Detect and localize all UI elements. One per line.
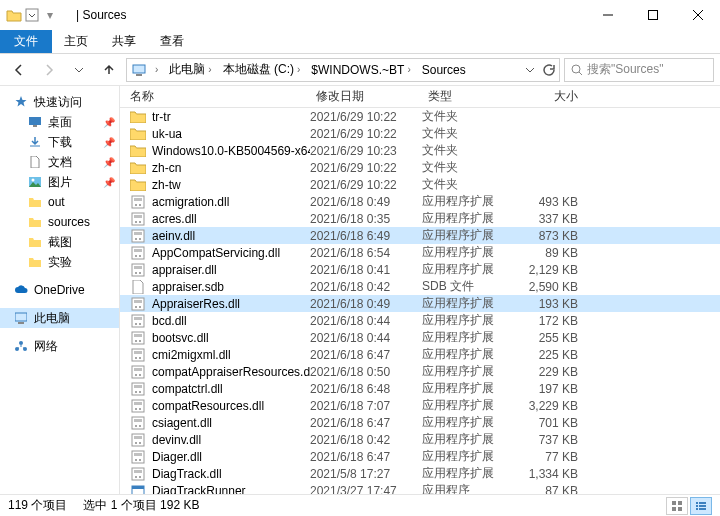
qat-separator: ▾	[42, 7, 58, 23]
file-size: 197 KB	[514, 382, 584, 396]
refresh-icon[interactable]	[541, 63, 555, 77]
file-row[interactable]: devinv.dll2021/6/18 0:42应用程序扩展737 KB	[120, 431, 720, 448]
file-name: compatResources.dll	[152, 399, 264, 413]
col-name[interactable]: 名称	[120, 88, 310, 105]
nav-up-button[interactable]	[96, 58, 122, 82]
file-row[interactable]: appraiser.dll2021/6/18 0:41应用程序扩展2,129 K…	[120, 261, 720, 278]
svg-rect-97	[699, 508, 706, 510]
picture-icon	[28, 175, 42, 189]
nav-documents[interactable]: 文档📌	[0, 152, 119, 172]
file-type: 应用程序扩展	[422, 193, 514, 210]
file-row[interactable]: bcd.dll2021/6/18 0:44应用程序扩展172 KB	[120, 312, 720, 329]
nav-sources[interactable]: sources	[0, 212, 119, 232]
file-name: tr-tr	[152, 110, 171, 124]
file-row[interactable]: bootsvc.dll2021/6/18 0:44应用程序扩展255 KB	[120, 329, 720, 346]
maximize-button[interactable]	[630, 1, 675, 29]
nav-desktop[interactable]: 桌面📌	[0, 112, 119, 132]
svg-rect-70	[132, 451, 144, 463]
crumb-drive[interactable]: 本地磁盘 (C:)›	[220, 61, 307, 78]
svg-point-45	[139, 340, 141, 342]
file-name: uk-ua	[152, 127, 182, 141]
view-details[interactable]	[690, 497, 712, 515]
svg-rect-74	[132, 468, 144, 480]
file-row[interactable]: cmi2migxml.dll2021/6/18 6:47应用程序扩展225 KB	[120, 346, 720, 363]
nav-this-pc[interactable]: 此电脑	[0, 308, 119, 328]
file-date: 2021/5/8 17:27	[310, 467, 422, 481]
file-row[interactable]: DiagTrackRunner2021/3/27 17:47应用程序87 KB	[120, 482, 720, 494]
crumb-sources[interactable]: Sources	[419, 63, 469, 77]
file-row[interactable]: compatResources.dll2021/6/18 7:07应用程序扩展3…	[120, 397, 720, 414]
svg-rect-34	[132, 298, 144, 310]
tab-file[interactable]: 文件	[0, 30, 52, 53]
file-date: 2021/6/18 6:47	[310, 450, 422, 464]
view-large-icons[interactable]	[666, 497, 688, 515]
address-bar[interactable]: › 此电脑› 本地磁盘 (C:)› $WINDOWS.~BT› Sources	[126, 58, 560, 82]
file-name: AppraiserRes.dll	[152, 297, 240, 311]
file-row[interactable]: acmigration.dll2021/6/18 0:49应用程序扩展493 K…	[120, 193, 720, 210]
file-size: 193 KB	[514, 297, 584, 311]
col-type[interactable]: 类型	[422, 88, 514, 105]
file-row[interactable]: Windows10.0-KB5004569-x642021/6/29 10:23…	[120, 142, 720, 159]
address-dropdown-icon[interactable]	[525, 65, 535, 75]
minimize-button[interactable]	[585, 1, 630, 29]
col-date[interactable]: 修改日期	[310, 88, 422, 105]
nav-back-button[interactable]	[6, 58, 32, 82]
file-date: 2021/6/18 0:42	[310, 433, 422, 447]
folder-icon	[130, 110, 146, 124]
file-row[interactable]: AppraiserRes.dll2021/6/18 0:49应用程序扩展193 …	[120, 295, 720, 312]
window-title: Sources	[82, 8, 126, 22]
search-input[interactable]: 搜索"Sources"	[564, 58, 714, 82]
close-button[interactable]	[675, 1, 720, 29]
nav-downloads[interactable]: 下载📌	[0, 132, 119, 152]
qat-dropdown-icon[interactable]	[24, 7, 40, 23]
svg-rect-27	[134, 249, 142, 252]
file-row[interactable]: acres.dll2021/6/18 0:35应用程序扩展337 KB	[120, 210, 720, 227]
file-row[interactable]: zh-cn2021/6/29 10:22文件夹	[120, 159, 720, 176]
svg-point-73	[139, 459, 141, 461]
svg-rect-71	[134, 453, 142, 456]
nav-onedrive[interactable]: OneDrive	[0, 280, 119, 300]
file-name: compatctrl.dll	[152, 382, 223, 396]
crumb-thispc[interactable]: 此电脑›	[166, 61, 217, 78]
nav-history-dropdown[interactable]	[66, 58, 92, 82]
file-row[interactable]: Diager.dll2021/6/18 6:47应用程序扩展77 KB	[120, 448, 720, 465]
nav-out[interactable]: out	[0, 192, 119, 212]
nav-quick-access[interactable]: 快速访问	[0, 92, 119, 112]
svg-rect-0	[26, 9, 38, 21]
nav-experiment[interactable]: 实验	[0, 252, 119, 272]
dll-icon	[130, 399, 146, 413]
file-row[interactable]: appraiser.sdb2021/6/18 0:42SDB 文件2,590 K…	[120, 278, 720, 295]
col-size[interactable]: 大小	[514, 88, 584, 105]
svg-rect-50	[132, 366, 144, 378]
file-row[interactable]: csiagent.dll2021/6/18 6:47应用程序扩展701 KB	[120, 414, 720, 431]
file-row[interactable]: compatctrl.dll2021/6/18 6:48应用程序扩展197 KB	[120, 380, 720, 397]
file-row[interactable]: uk-ua2021/6/29 10:22文件夹	[120, 125, 720, 142]
svg-rect-58	[132, 400, 144, 412]
nav-forward-button[interactable]	[36, 58, 62, 82]
file-row[interactable]: compatAppraiserResources.dll2021/6/18 0:…	[120, 363, 720, 380]
file-type: 应用程序扩展	[422, 329, 514, 346]
tab-share[interactable]: 共享	[100, 30, 148, 53]
svg-rect-79	[132, 486, 144, 489]
nav-network[interactable]: 网络	[0, 336, 119, 356]
column-headers[interactable]: 名称 修改日期 类型 大小	[120, 86, 720, 108]
tab-view[interactable]: 查看	[148, 30, 196, 53]
tab-home[interactable]: 主页	[52, 30, 100, 53]
file-date: 2021/6/18 0:44	[310, 331, 422, 345]
file-row[interactable]: tr-tr2021/6/29 10:22文件夹	[120, 108, 720, 125]
file-name: zh-tw	[152, 178, 181, 192]
svg-rect-63	[134, 419, 142, 422]
file-row[interactable]: zh-tw2021/6/29 10:22文件夹	[120, 176, 720, 193]
dll-icon	[130, 246, 146, 260]
file-size: 87 KB	[514, 484, 584, 495]
crumb-windowsbt[interactable]: $WINDOWS.~BT›	[308, 63, 416, 77]
file-row[interactable]: AppCompatServicing.dll2021/6/18 6:54应用程序…	[120, 244, 720, 261]
svg-point-53	[139, 374, 141, 376]
svg-point-76	[135, 476, 137, 478]
nav-screenshots[interactable]: 截图	[0, 232, 119, 252]
file-row[interactable]: aeinv.dll2021/6/18 6:49应用程序扩展873 KB	[120, 227, 720, 244]
nav-pictures[interactable]: 图片📌	[0, 172, 119, 192]
file-row[interactable]: DiagTrack.dll2021/5/8 17:27应用程序扩展1,334 K…	[120, 465, 720, 482]
file-type: 文件夹	[422, 125, 514, 142]
svg-rect-96	[696, 508, 698, 510]
